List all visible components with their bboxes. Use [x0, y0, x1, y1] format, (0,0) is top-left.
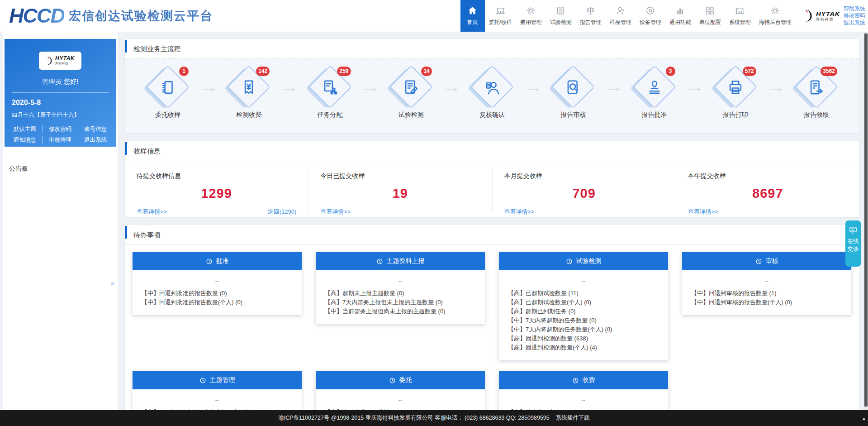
todo-item[interactable]: 【高】已超期试验数量 (11) [508, 289, 659, 298]
plugin-download-link[interactable]: 系统插件下载 [556, 414, 590, 422]
nav-item-device-management[interactable]: 设备管理 [636, 0, 665, 32]
returned-link[interactable]: 退回(1290) [268, 208, 297, 216]
sidebar-collapse-handle[interactable]: -> [110, 281, 114, 286]
notifications-link[interactable]: 通知消息 [7, 136, 42, 144]
todo-card-header[interactable]: 收费 [499, 371, 668, 389]
view-details-link[interactable]: 查看详情>> [688, 208, 718, 216]
todo-item[interactable]: 【中】7天内将超期的任务数量(个人) (0) [508, 325, 659, 334]
stat-pending-submission: 待提交收样信息 1299 查看详情>> 退回(1290) [125, 166, 308, 212]
nav-item-entrust-sampling[interactable]: 委托/收样 [485, 0, 516, 32]
inbox-doc-icon [555, 5, 566, 16]
app-root: HCCD 宏信创达试验检测云平台 首页 委托/收样 费用管理 试验检测 [0, 0, 868, 426]
flow-step-entrust-sampling[interactable]: 1 委托收样 [146, 68, 190, 119]
todo-item[interactable]: 【中】回退到批准的报告数量(个人) (0) [142, 298, 293, 307]
bar-chart-icon [675, 5, 685, 16]
todo-card-header[interactable]: 批准 [133, 252, 302, 270]
nav-item-report-management[interactable]: 报告管理 [576, 0, 606, 32]
todo-item[interactable]: 【高】回退到检测的数量(个人) (4) [508, 343, 659, 352]
placeholder: -- [142, 397, 293, 403]
todo-item[interactable]: 【中】7天内将超期的任务数量 (0) [508, 316, 659, 325]
todo-card-header[interactable]: 试验检测 [499, 252, 668, 270]
clock-icon [199, 377, 206, 384]
logo-abbr: HCCD [9, 4, 64, 28]
scroll-top-icon[interactable]: ▲ [862, 416, 866, 421]
todo-item[interactable]: 【高】龄期已到期任务 (0) [508, 307, 659, 316]
logout-link[interactable]: 退出系统 [844, 19, 865, 27]
todo-item[interactable]: 【高】回退到检测的数量 (638) [508, 334, 659, 343]
nav-item-home[interactable]: 首页 [460, 0, 485, 32]
section-title: 收样信息 [125, 141, 859, 161]
todo-item[interactable]: 【中】回退到审核的报告数量(个人) (0) [691, 298, 842, 307]
nav-item-sample-management[interactable]: 样品管理 [606, 0, 636, 32]
todo-item[interactable]: 【高】已超期试验数量(个人) (0) [508, 298, 659, 307]
logout-link[interactable]: 退出系统 [78, 136, 113, 144]
app-logo: HCCD 宏信创达试验检测云平台 [9, 4, 213, 28]
todo-card-header[interactable]: 主题管理 [133, 371, 302, 389]
todo-card-review: 审核 -- 【中】回退到审核的报告数量 (1) 【中】回退到审核的报告数量(个人… [682, 252, 851, 315]
nav-item-system-management[interactable]: 系统管理 [725, 0, 755, 32]
help-system-link[interactable]: 帮助系统 [844, 5, 865, 13]
flow-step-report-approve[interactable]: 3 报告批准 [632, 68, 677, 119]
flow-step-task-assign[interactable]: 259 任务分配 [308, 68, 352, 119]
chat-bubble-icon [849, 225, 858, 235]
todo-grid: 批准 -- 【中】回退到批准的报告数量 (0) 【中】回退到批准的报告数量(个人… [125, 245, 859, 410]
vertical-scrollbar[interactable] [864, 32, 868, 410]
default-theme-link[interactable]: 默认主题 [7, 125, 42, 133]
arrow-right-icon: → [603, 80, 624, 95]
view-details-link[interactable]: 查看详情>> [504, 208, 535, 216]
review-management-link[interactable]: 审核管理 [42, 136, 77, 144]
footer: 渝ICP备11002727号 @1998-2015 重庆海特科技发展有限公司 客… [0, 410, 868, 426]
section-title: 待办事项 [125, 225, 859, 244]
count-badge: 142 [256, 67, 270, 76]
stat-submitted-month: 本月提交收样 709 查看详情>> [493, 166, 676, 212]
todo-card-topic-management: 主题管理 -- 【高】7天内需要上报但尚未上报的主题数量 (0) 【中】当前需要… [133, 371, 302, 410]
view-details-link[interactable]: 查看详情>> [137, 208, 167, 216]
nav-item-fee-management[interactable]: 费用管理 [516, 0, 546, 32]
todo-item[interactable]: 【中】回退到审核的报告数量 (1) [691, 289, 842, 298]
flow-step-report-pickup[interactable]: 3562 报告领取 [794, 68, 839, 119]
top-nav: 首页 委托/收样 费用管理 试验检测 报告管理 样品管理 [460, 0, 796, 32]
todo-item[interactable]: 【中】当前需要上报但尚未上报的主题数量 (0) [325, 307, 476, 316]
count-badge: 572 [743, 67, 756, 76]
count-badge: 3 [666, 67, 675, 76]
gear-icon [526, 5, 536, 16]
task-assign-icon [322, 79, 339, 96]
todo-item[interactable]: 【高】超期未上报主题数量 (0) [325, 289, 476, 298]
hytak-brand-logo: HYTAK 海特科技 [803, 9, 840, 24]
nav-item-test-detection[interactable]: 试验检测 [546, 0, 576, 32]
view-details-link[interactable]: 查看详情>> [320, 208, 351, 216]
count-badge: 1 [179, 67, 189, 76]
flow-step-report-print[interactable]: 572 报告打印 [713, 68, 758, 119]
edit-doc-icon [403, 79, 420, 96]
nav-item-unit-config[interactable]: 单位配置 [695, 0, 725, 32]
sidebar: HYTAK 海特科技 管理员 您好! 2020-5-8 四月十六【庚子辛巳十六】… [3, 32, 118, 410]
change-password-link[interactable]: 修改密码 [42, 125, 77, 133]
nav-item-hytak-backend[interactable]: 海特后台管理 [755, 0, 796, 32]
flow-step-test-fee[interactable]: 142 检测收费 [227, 68, 271, 119]
doc-search-icon [564, 79, 582, 96]
change-password-link[interactable]: 修改密码 [844, 12, 865, 19]
arrow-right-icon: → [522, 80, 543, 95]
todo-item[interactable]: 【高】7天内需要上报但未上报的主题数量 (0) [325, 298, 476, 307]
scrollbar-thumb[interactable] [864, 34, 868, 407]
nav-item-common-functions[interactable]: 通用功能 [665, 0, 695, 32]
online-chat-button[interactable]: 在线 交谈 [845, 220, 861, 267]
bulletin-board-title: 公告板 [9, 165, 111, 179]
placeholder: -- [142, 278, 293, 284]
placeholder: -- [508, 397, 659, 403]
flow-step-review-confirm[interactable]: 复核确认 [470, 68, 514, 119]
todo-card-header[interactable]: 委托 [316, 371, 485, 389]
arrow-right-icon: → [441, 80, 462, 95]
flow-step-test-detection[interactable]: 14 试验检测 [389, 68, 433, 119]
arrow-right-icon: → [766, 80, 786, 95]
todo-item[interactable]: 【中】回退到批准的报告数量 (0) [142, 289, 293, 298]
clock-icon [376, 258, 383, 265]
sidebar-links-row1: 默认主题 修改密码 账号信息 [7, 125, 113, 133]
person-key-icon [615, 5, 626, 16]
todo-card-header[interactable]: 审核 [682, 252, 851, 270]
todo-card-header[interactable]: 主题资料上报 [316, 252, 485, 270]
account-info-link[interactable]: 账号信息 [78, 125, 113, 133]
flow-step-report-review[interactable]: 报告审核 [551, 68, 595, 119]
todo-card-topic-report: 主题资料上报 -- 【高】超期未上报主题数量 (0) 【高】7天内需要上报但未上… [316, 252, 485, 324]
placeholder: -- [508, 278, 659, 284]
